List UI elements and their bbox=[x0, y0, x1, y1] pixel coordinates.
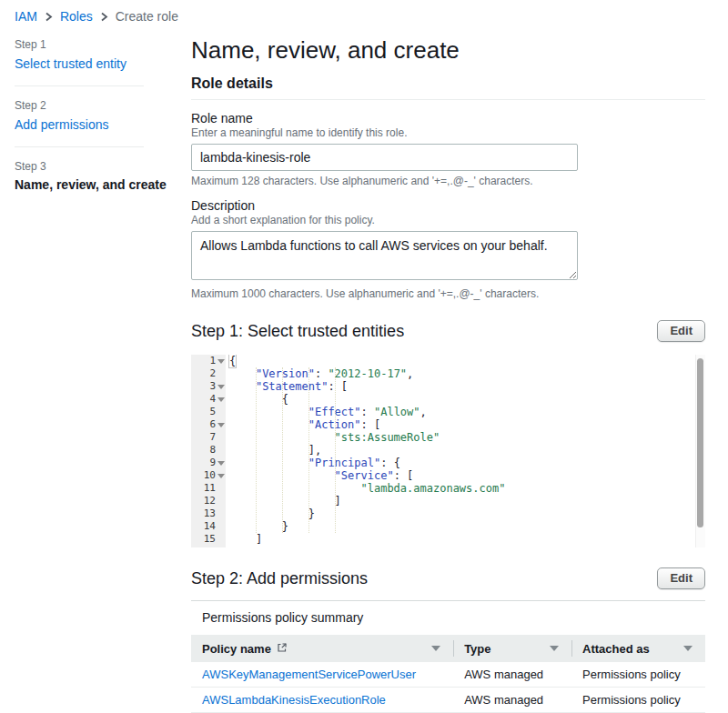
fold-spacer bbox=[216, 495, 226, 507]
policy-name-link[interactable]: AWSKeyManagementServicePowerUser bbox=[202, 668, 416, 681]
step-number-label: Step 3 bbox=[15, 160, 191, 173]
role-name-input[interactable] bbox=[191, 144, 578, 171]
column-label: Type bbox=[464, 642, 490, 656]
code-line: 11 "lambda.amazonaws.com" bbox=[191, 482, 705, 495]
sidebar-item-select-trusted-entity[interactable]: Select trusted entity bbox=[15, 56, 126, 71]
line-number: 11 bbox=[204, 482, 216, 495]
breadcrumb-link-roles[interactable]: Roles bbox=[60, 9, 93, 24]
code-text: ] bbox=[226, 495, 341, 507]
fold-icon[interactable] bbox=[216, 380, 226, 393]
column-label: Attached as bbox=[582, 642, 650, 656]
description-label: Description bbox=[191, 198, 705, 213]
table-row: AWSLambdaKinesisExecutionRoleAWS managed… bbox=[191, 688, 705, 713]
line-number-gutter: 6 bbox=[191, 418, 226, 431]
main-content: Name, review, and create Role details Ro… bbox=[191, 24, 705, 713]
fold-spacer bbox=[216, 431, 226, 444]
code-line: 1{ bbox=[191, 355, 705, 367]
indent-guide bbox=[256, 367, 257, 533]
code-line: 12 ] bbox=[191, 495, 705, 507]
line-number-gutter: 5 bbox=[191, 406, 226, 418]
fold-icon[interactable] bbox=[216, 355, 226, 367]
step-number-label: Step 2 bbox=[15, 99, 191, 112]
filter-dropdown-icon[interactable] bbox=[431, 646, 440, 651]
role-name-label: Role name bbox=[191, 111, 705, 126]
fold-icon[interactable] bbox=[216, 418, 226, 431]
line-number-gutter: 8 bbox=[191, 444, 226, 457]
sidebar-divider bbox=[15, 85, 144, 86]
code-text: { bbox=[226, 393, 288, 406]
section-divider bbox=[191, 99, 705, 100]
trust-policy-editor[interactable]: 1{2 "Version": "2012-10-17",3 "Statement… bbox=[191, 355, 705, 547]
line-number: 10 bbox=[204, 469, 216, 482]
code-text: "Statement": [ bbox=[226, 380, 348, 393]
line-number: 8 bbox=[209, 444, 216, 457]
code-line: 4 { bbox=[191, 393, 705, 406]
line-number: 9 bbox=[209, 457, 216, 469]
code-text: } bbox=[226, 520, 288, 533]
policy-table-body: AWSKeyManagementServicePowerUserAWS mana… bbox=[191, 662, 705, 713]
line-number: 1 bbox=[209, 355, 216, 367]
step2-section-header: Step 2: Add permissions Edit bbox=[191, 567, 705, 589]
code-line: 14 } bbox=[191, 520, 705, 533]
edit-trusted-entities-button[interactable]: Edit bbox=[657, 320, 705, 342]
line-number-gutter: 12 bbox=[191, 495, 226, 507]
line-number-gutter: 3 bbox=[191, 380, 226, 393]
code-line: 7 "sts:AssumeRole" bbox=[191, 431, 705, 444]
permissions-policy-table: Permissions policy summary Policy name bbox=[191, 600, 705, 713]
edit-permissions-button[interactable]: Edit bbox=[657, 567, 705, 589]
filter-dropdown-icon[interactable] bbox=[683, 646, 693, 651]
indent-guide bbox=[335, 367, 336, 533]
breadcrumb-chevron-icon bbox=[45, 12, 53, 22]
code-line: 13 } bbox=[191, 507, 705, 520]
line-number-gutter: 10 bbox=[191, 469, 226, 482]
page-layout: Step 1 Select trusted entity Step 2 Add … bbox=[0, 24, 728, 713]
line-number: 13 bbox=[204, 507, 216, 520]
code-text: "lambda.amazonaws.com" bbox=[226, 482, 505, 495]
policy-attached-as: Permissions policy bbox=[571, 693, 705, 707]
description-textarea[interactable]: Allows Lambda functions to call AWS serv… bbox=[191, 231, 578, 280]
external-link-icon bbox=[277, 642, 288, 656]
breadcrumb-current: Create role bbox=[116, 9, 178, 24]
fold-icon[interactable] bbox=[216, 469, 226, 482]
column-header-policy-name: Policy name bbox=[191, 635, 453, 662]
code-text: "sts:AssumeRole" bbox=[226, 431, 440, 444]
code-text: ], bbox=[226, 444, 321, 457]
sidebar-item-add-permissions[interactable]: Add permissions bbox=[15, 117, 109, 132]
indent-guide bbox=[308, 367, 309, 533]
line-number-gutter: 1 bbox=[191, 355, 226, 367]
policy-type: AWS managed bbox=[453, 668, 571, 681]
fold-icon[interactable] bbox=[216, 457, 226, 469]
policy-name-link[interactable]: AWSLambdaKinesisExecutionRole bbox=[202, 693, 386, 707]
description-hint: Add a short explanation for this policy. bbox=[191, 214, 705, 226]
line-number-gutter: 9 bbox=[191, 457, 226, 469]
fold-spacer bbox=[216, 520, 226, 533]
code-text: "Action": [ bbox=[226, 418, 380, 431]
step1-heading: Step 1: Select trusted entities bbox=[191, 322, 404, 341]
editor-scrollbar-thumb[interactable] bbox=[697, 358, 703, 527]
line-number: 15 bbox=[204, 533, 216, 546]
line-number: 5 bbox=[209, 406, 216, 418]
line-number: 3 bbox=[209, 380, 216, 393]
description-constraint: Maximum 1000 characters. Use alphanumeri… bbox=[191, 287, 705, 300]
code-line: 2 "Version": "2012-10-17", bbox=[191, 367, 705, 380]
code-text: "Version": "2012-10-17", bbox=[226, 367, 413, 380]
fold-icon[interactable] bbox=[216, 393, 226, 406]
filter-dropdown-icon[interactable] bbox=[550, 646, 559, 651]
step-number-label: Step 1 bbox=[15, 38, 191, 51]
code-line: 15 ] bbox=[191, 533, 705, 546]
step2-heading: Step 2: Add permissions bbox=[191, 569, 368, 588]
sidebar-item-name-review-create: Name, review, and create bbox=[15, 177, 191, 192]
fold-spacer bbox=[216, 482, 226, 495]
fold-spacer bbox=[216, 507, 226, 520]
code-text: "Service": [ bbox=[226, 469, 413, 482]
fold-spacer bbox=[216, 533, 226, 546]
page-title: Name, review, and create bbox=[191, 36, 705, 65]
line-number-gutter: 15 bbox=[191, 533, 226, 546]
table-summary-header: Permissions policy summary bbox=[191, 601, 705, 635]
line-number: 6 bbox=[209, 418, 216, 431]
line-number: 14 bbox=[204, 520, 216, 533]
code-line: 10 "Service": [ bbox=[191, 469, 705, 482]
table-header-row: Policy name Type Attached as bbox=[191, 635, 705, 662]
breadcrumb-link-iam[interactable]: IAM bbox=[15, 9, 37, 24]
line-number-gutter: 2 bbox=[191, 367, 226, 380]
